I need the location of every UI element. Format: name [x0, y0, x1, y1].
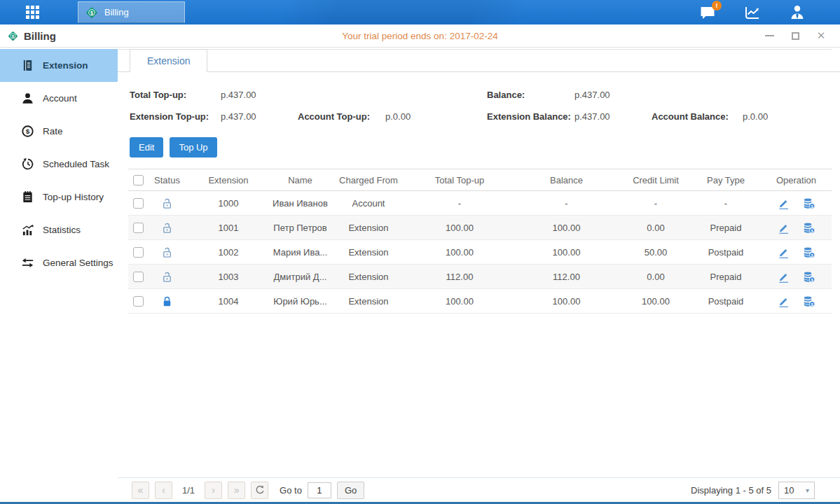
- header-balance[interactable]: Balance: [512, 175, 621, 186]
- balance-value: p.437.00: [574, 90, 652, 100]
- tab-strip: Extension: [118, 49, 840, 72]
- top-up-row-icon[interactable]: $: [802, 221, 815, 234]
- total-topup-value: p.437.00: [221, 90, 298, 100]
- header-name[interactable]: Name: [270, 175, 330, 186]
- prev-page-button[interactable]: ‹: [155, 482, 172, 499]
- taskbar-icons: !: [698, 4, 806, 21]
- charged-from-cell: Extension: [330, 296, 407, 307]
- pay-type-cell: Prepaid: [691, 272, 761, 282]
- charged-from-cell: Extension: [330, 272, 407, 282]
- table-row[interactable]: 1002 Мария Ива... Extension 100.00 100.0…: [128, 240, 832, 265]
- top-up-row-icon[interactable]: $: [802, 197, 815, 210]
- edit-row-icon[interactable]: [777, 270, 790, 284]
- page-size-select[interactable]: 10 ▾: [778, 482, 815, 499]
- top-up-button[interactable]: Top Up: [170, 137, 216, 158]
- row-checkbox[interactable]: [133, 223, 144, 233]
- sidebar-item-extension[interactable]: Extension: [0, 49, 118, 82]
- total-topup-cell: 100.00: [407, 296, 512, 307]
- extension-balance-label: Extension Balance:: [487, 111, 574, 122]
- header-charged-from[interactable]: Charged From: [330, 175, 407, 186]
- extension-cell: 1000: [186, 198, 270, 209]
- page-size-value: 10: [784, 485, 794, 496]
- credit-limit-cell: -: [621, 198, 691, 209]
- sidebar-item-statistics[interactable]: Statistics: [0, 214, 118, 246]
- header-pay-type[interactable]: Pay Type: [691, 175, 761, 186]
- account-balance-label: Account Balance:: [652, 111, 743, 122]
- refresh-button[interactable]: [251, 482, 268, 499]
- extension-topup-label: Extension Top-up:: [130, 111, 221, 122]
- name-cell: Иван Иванов: [270, 198, 330, 209]
- taskbar: $ Billing !: [0, 0, 840, 24]
- edit-row-icon[interactable]: [777, 221, 790, 234]
- trial-notice: Your trial period ends on: 2017-02-24: [0, 31, 840, 41]
- top-up-row-icon[interactable]: $: [802, 295, 815, 308]
- pay-type-cell: -: [691, 198, 761, 209]
- sidebar-item-general-settings[interactable]: General Settings: [0, 246, 118, 279]
- header-credit-limit[interactable]: Credit Limit: [621, 175, 691, 186]
- lock-open-icon: [160, 221, 174, 234]
- first-page-button[interactable]: «: [132, 482, 149, 499]
- app-grid-icon[interactable]: [26, 6, 39, 19]
- account-topup-label: Account Top-up:: [298, 111, 385, 122]
- edit-button[interactable]: Edit: [130, 137, 163, 158]
- row-checkbox[interactable]: [133, 247, 144, 258]
- account-balance-value: p.0.00: [743, 111, 828, 122]
- user-icon[interactable]: [788, 4, 806, 21]
- table-row[interactable]: 1001 Петр Петров Extension 100.00 100.00…: [128, 216, 832, 240]
- table-row[interactable]: 1003 Дмитрий Д... Extension 112.00 112.0…: [128, 265, 832, 289]
- sidebar-item-label: General Settings: [43, 258, 113, 268]
- total-topup-cell: 112.00: [407, 272, 512, 282]
- top-up-row-icon[interactable]: $: [802, 270, 815, 284]
- charged-from-cell: Extension: [330, 247, 407, 258]
- messages-icon[interactable]: !: [698, 4, 717, 21]
- header-status[interactable]: Status: [148, 175, 186, 186]
- lock-closed-icon: [160, 295, 174, 308]
- billing-app-icon: $: [85, 6, 99, 20]
- taskbar-app-label: Billing: [104, 7, 129, 18]
- sidebar-item-account[interactable]: Account: [0, 82, 118, 115]
- header-total-topup[interactable]: Total Top-up: [407, 175, 512, 186]
- account-topup-value: p.0.00: [385, 111, 487, 122]
- name-cell: Петр Петров: [270, 223, 330, 233]
- sidebar-item-rate[interactable]: $ Rate: [0, 115, 118, 148]
- lock-open-icon: [160, 197, 174, 210]
- table-row[interactable]: 1004 Юрий Юрь... Extension 100.00 100.00…: [128, 289, 832, 314]
- goto-page-input[interactable]: [308, 482, 331, 498]
- row-checkbox[interactable]: [133, 296, 144, 307]
- charged-from-cell: Account: [330, 198, 407, 209]
- edit-row-icon[interactable]: [777, 246, 790, 259]
- go-button[interactable]: Go: [337, 482, 364, 499]
- credit-limit-cell: 0.00: [621, 272, 691, 282]
- sidebar-item-topup-history[interactable]: Top-up History: [0, 181, 118, 214]
- top-up-row-icon[interactable]: $: [802, 246, 815, 259]
- svg-text:$: $: [811, 276, 813, 281]
- minimize-icon[interactable]: [764, 31, 774, 41]
- next-page-button[interactable]: ›: [205, 482, 222, 499]
- table-header: Status Extension Name Charged From Total…: [128, 169, 832, 191]
- taskbar-billing-button[interactable]: $ Billing: [78, 1, 185, 23]
- total-topup-cell: 100.00: [407, 223, 512, 233]
- header-extension[interactable]: Extension: [186, 175, 270, 186]
- total-topup-label: Total Top-up:: [130, 90, 221, 100]
- row-checkbox[interactable]: [133, 272, 144, 282]
- charged-from-cell: Extension: [330, 223, 407, 233]
- general-settings-arrows-icon: [21, 256, 34, 270]
- table-row[interactable]: 1000 Иван Иванов Account - - - - $: [128, 191, 832, 216]
- extension-table: Status Extension Name Charged From Total…: [128, 169, 832, 314]
- select-all-checkbox[interactable]: [133, 175, 144, 186]
- statistics-chart-icon[interactable]: [743, 4, 762, 21]
- row-checkbox[interactable]: [133, 198, 144, 209]
- close-icon[interactable]: ✕: [816, 31, 826, 41]
- total-topup-cell: -: [407, 198, 512, 209]
- sidebar-item-scheduled-task[interactable]: Scheduled Task: [0, 148, 118, 181]
- tab-extension[interactable]: Extension: [130, 49, 207, 72]
- sidebar: Extension Account $ Rate Scheduled Task: [0, 48, 118, 502]
- window-title: Billing: [24, 30, 56, 42]
- sidebar-item-label: Scheduled Task: [43, 159, 109, 169]
- sidebar-item-label: Statistics: [43, 225, 81, 235]
- total-topup-cell: 100.00: [407, 247, 512, 258]
- last-page-button[interactable]: »: [228, 482, 245, 499]
- edit-row-icon[interactable]: [777, 197, 790, 210]
- maximize-icon[interactable]: [790, 31, 800, 41]
- edit-row-icon[interactable]: [777, 295, 790, 308]
